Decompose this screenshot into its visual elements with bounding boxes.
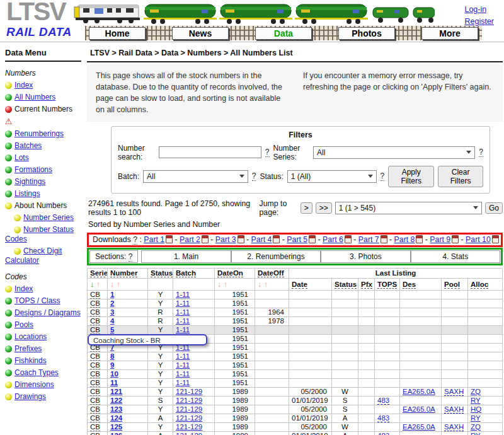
sort-ascending-icon[interactable]: ↑ [224,279,228,289]
cell-link[interactable]: 483 [377,397,389,405]
number-link[interactable]: 9 [110,361,114,369]
sidebar-item-all-numbers[interactable]: All Numbers [5,93,83,102]
number-series-help-link[interactable]: ? [479,148,483,157]
sidebar-link[interactable]: Dimensions [14,380,54,389]
sidebar-link[interactable]: Index [14,81,33,90]
section-tab-4-stats[interactable]: 4. Stats [411,250,500,263]
sidebar-item-pools[interactable]: Pools [5,320,83,330]
cell-link[interactable]: 121-129 [176,414,202,422]
sidebar-item-locations[interactable]: Locations [5,332,83,342]
number-search-input[interactable] [159,146,261,158]
downloads-help-link[interactable]: ? [133,235,137,245]
download-part-link[interactable]: Part 9 [430,235,450,244]
sidebar-item-batches[interactable]: Batches [5,141,83,151]
download-part-link[interactable]: Part 8 [394,235,415,244]
sort-link-batch[interactable]: Batch [176,269,196,277]
sort-link-dateoff[interactable]: DateOff [258,269,284,277]
subcolumn-link-pfx[interactable]: Pfx [361,281,372,289]
sidebar-item-tops-class[interactable]: TOPS / Class [5,296,83,306]
number-link[interactable]: 11 [110,379,118,386]
sidebar-item-coach-types[interactable]: Coach Types [5,368,83,378]
section-tab-3-photos[interactable]: 3. Photos [321,250,410,263]
sidebar-link[interactable]: Index [14,284,33,293]
series-code[interactable]: CB [90,291,100,299]
cell-link[interactable]: 121-129 [176,405,202,413]
clear-filters-button[interactable]: Clear Filters [438,166,483,187]
pdf-file-icon[interactable] [416,235,423,243]
batch-select[interactable]: All [143,170,248,183]
sidebar-item-prefixes[interactable]: Prefixes [5,344,83,354]
cell-link[interactable]: SAXH [444,423,464,431]
number-link[interactable]: 124 [110,414,122,422]
sidebar-item-number-series[interactable]: Number Series [5,213,83,223]
cell-link[interactable]: RY [471,432,481,435]
cell-link[interactable]: 1-11 [176,317,190,325]
nav-button-photos[interactable]: Photos [338,27,395,40]
cell-link[interactable]: 1-11 [176,326,190,334]
series-code[interactable]: CB [90,432,100,435]
download-part-link[interactable]: Part 2 [180,235,200,244]
next-page-button[interactable]: > [301,202,312,214]
sidebar-link[interactable]: Sightings [14,177,45,186]
cell-link[interactable]: SAXH [444,388,464,396]
series-code[interactable]: CB [90,405,100,414]
cell-link[interactable]: 1-11 [176,379,190,386]
apply-filters-button[interactable]: Apply Filters [388,166,434,187]
series-code[interactable]: CB [90,308,100,316]
series-code[interactable]: CB [90,370,100,378]
subcolumn-link-alloc[interactable]: Alloc [471,281,488,289]
pdf-file-icon[interactable] [166,235,173,243]
page-select[interactable]: 1 (1 > 545) [335,202,482,214]
pdf-file-icon[interactable] [452,235,459,243]
cell-link[interactable]: RY [471,397,481,404]
series-code[interactable]: CB [90,352,100,361]
sidebar-item-formations[interactable]: Formations [5,165,83,175]
nav-button-home[interactable]: Home [89,27,146,40]
sidebar-link[interactable]: Fishkinds [14,356,47,365]
sort-descending-icon[interactable]: ↓ [258,279,262,289]
cell-link[interactable]: 1-11 [176,299,190,307]
sort-link-number[interactable]: Number [110,269,137,277]
download-part-link[interactable]: Part 3 [215,235,236,244]
nav-button-data[interactable]: Data [255,27,312,40]
cell-link[interactable]: 121-129 [176,423,202,431]
sidebar-item-sightings[interactable]: Sightings [5,177,83,187]
sort-ascending-icon[interactable]: ↑ [96,279,101,289]
sort-descending-icon[interactable]: ↓ [110,279,115,289]
sidebar-item-dimensions[interactable]: Dimensions [5,380,83,390]
cell-link[interactable]: 1-11 [176,308,190,316]
sidebar-item-listings[interactable]: Listings [5,189,83,199]
subcolumn-link-tops[interactable]: TOPS [377,281,397,289]
nav-button-more[interactable]: More [421,27,478,40]
section-tab-1-main[interactable]: 1. Main [141,250,231,263]
number-link[interactable]: 121 [110,388,122,395]
pdf-file-icon[interactable] [273,235,280,243]
download-part-link[interactable]: Part 1 [144,235,164,244]
sidebar-item-designs-diagrams[interactable]: Designs / Diagrams [5,308,83,318]
cell-link[interactable]: RY [471,414,481,422]
series-code[interactable]: CB [90,388,100,396]
series-code[interactable]: CB [90,379,100,387]
series-code[interactable]: CB [90,299,100,308]
section-tab-2-renumberings[interactable]: 2. Renumberings [231,250,321,263]
cell-link[interactable]: SAXH [444,405,464,414]
pdf-file-icon[interactable] [202,235,209,243]
sort-descending-icon[interactable]: ↓ [217,279,222,289]
sidebar-link[interactable]: Locations [14,332,47,341]
nav-button-news[interactable]: News [172,27,229,40]
sidebar-link[interactable]: TOPS / Class [14,296,60,305]
number-link[interactable]: 1 [110,291,114,298]
sidebar-item-renumberings[interactable]: Renumberings [5,129,83,139]
subcolumn-link-date[interactable]: Date [292,281,307,289]
number-link[interactable]: 2 [110,299,114,307]
sidebar-item-number-status-codes[interactable]: Number Status Codes [5,225,83,244]
number-link[interactable]: 122 [110,397,122,404]
status-select[interactable]: 1 (All) [287,170,377,183]
cell-link[interactable]: EA265.0A [403,405,435,413]
sort-descending-icon[interactable]: ↓ [90,279,94,289]
sort-ascending-icon[interactable]: ↑ [264,279,268,289]
number-link[interactable]: 125 [110,423,122,431]
sidebar-link[interactable]: Formations [14,165,52,174]
last-page-button[interactable]: >> [316,202,332,214]
sidebar-link[interactable]: Designs / Diagrams [14,308,81,317]
